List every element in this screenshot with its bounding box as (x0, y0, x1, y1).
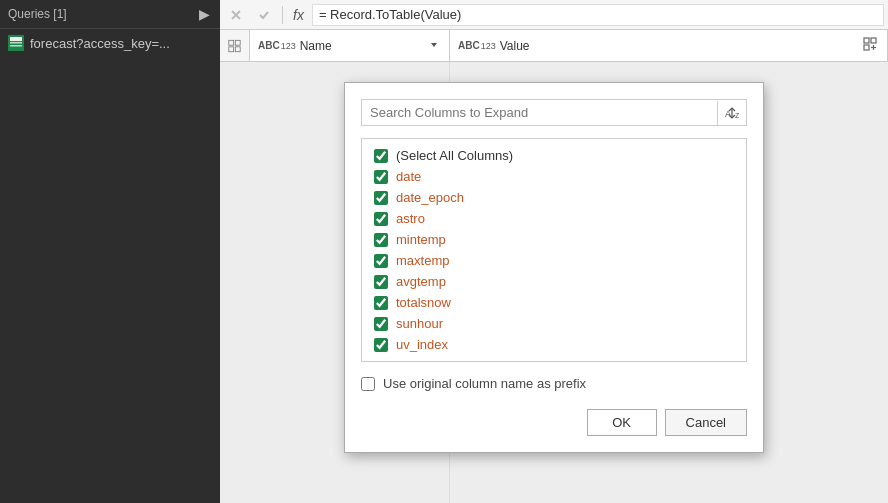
row-number-header (220, 30, 250, 61)
fx-label: fx (289, 7, 308, 23)
column-checkbox-item[interactable]: (Select All Columns) (362, 145, 746, 166)
prefix-checkbox[interactable] (361, 377, 375, 391)
checkbox-totalsnow[interactable] (374, 296, 388, 310)
column-checkbox-item[interactable]: date (362, 166, 746, 187)
sidebar-title: Queries [1] (8, 7, 67, 21)
column-checkbox-item[interactable]: mintemp (362, 229, 746, 250)
sidebar: Queries [1] ▶ forecast?access_key=... (0, 0, 220, 503)
svg-rect-12 (864, 45, 869, 50)
sidebar-item-label: forecast?access_key=... (30, 36, 170, 51)
prefix-label[interactable]: Use original column name as prefix (383, 376, 586, 391)
column-checkbox-item[interactable]: totalsnow (362, 292, 746, 313)
svg-rect-6 (235, 40, 240, 45)
svg-rect-2 (10, 45, 22, 47)
expand-columns-modal: A Z (Select All Columns)datedate_epochas… (344, 82, 764, 453)
table-icon (8, 35, 24, 51)
checkbox-label-totalsnow: totalsnow (396, 295, 451, 310)
confirm-formula-button[interactable] (252, 3, 276, 27)
column-checkbox-item[interactable]: sunhour (362, 313, 746, 334)
cancel-button[interactable]: Cancel (665, 409, 747, 436)
svg-rect-1 (10, 42, 22, 44)
column-checkbox-item[interactable]: astro (362, 208, 746, 229)
checkbox-label-date: date (396, 169, 421, 184)
checkbox-label-sunhour: sunhour (396, 316, 443, 331)
column-name-dropdown-button[interactable] (427, 36, 441, 55)
sort-button[interactable]: A Z (717, 101, 746, 125)
sidebar-header: Queries [1] ▶ (0, 0, 220, 29)
grid-icon (228, 38, 241, 54)
svg-rect-0 (10, 37, 22, 41)
column-value-expand-button[interactable] (861, 35, 879, 56)
checkbox-astro[interactable] (374, 212, 388, 226)
checkbox-label-maxtemp: maxtemp (396, 253, 449, 268)
value-type-badge: ABC 123 (458, 40, 496, 51)
cancel-formula-button[interactable] (224, 3, 248, 27)
checkbox-label-avgtemp: avgtemp (396, 274, 446, 289)
svg-marker-9 (431, 43, 437, 47)
checkbox-maxtemp[interactable] (374, 254, 388, 268)
column-checkbox-item[interactable]: uv_index (362, 334, 746, 355)
column-headers: ABC 123 Name ABC 123 Value (220, 30, 888, 62)
formula-input[interactable] (312, 4, 884, 26)
svg-rect-10 (864, 38, 869, 43)
checkbox-label-mintemp: mintemp (396, 232, 446, 247)
content-area: A Z (Select All Columns)datedate_epochas… (220, 62, 888, 503)
checkbox-date[interactable] (374, 170, 388, 184)
checkbox-label-astro: astro (396, 211, 425, 226)
name-type-badge: ABC 123 (258, 40, 296, 51)
checkbox-label-date_epoch: date_epoch (396, 190, 464, 205)
ok-button[interactable]: OK (587, 409, 657, 436)
svg-rect-8 (235, 46, 240, 51)
checkbox-label-uv_index: uv_index (396, 337, 448, 352)
checkbox-label-select-all: (Select All Columns) (396, 148, 513, 163)
dialog-buttons: OK Cancel (361, 405, 747, 436)
svg-rect-7 (229, 46, 234, 51)
sort-icon: A Z (724, 105, 740, 121)
checkbox-select-all[interactable] (374, 149, 388, 163)
sidebar-item-query[interactable]: forecast?access_key=... (0, 29, 220, 57)
column-name-label: Name (300, 39, 332, 53)
search-box: A Z (361, 99, 747, 126)
prefix-option: Use original column name as prefix (361, 374, 747, 393)
column-header-name: ABC 123 Name (250, 30, 450, 61)
checkbox-avgtemp[interactable] (374, 275, 388, 289)
sidebar-collapse-button[interactable]: ▶ (197, 6, 212, 22)
column-checkbox-item[interactable]: date_epoch (362, 187, 746, 208)
column-value-label: Value (500, 39, 530, 53)
checkbox-sunhour[interactable] (374, 317, 388, 331)
svg-text:Z: Z (735, 112, 740, 119)
checkbox-uv_index[interactable] (374, 338, 388, 352)
svg-rect-11 (871, 38, 876, 43)
svg-rect-5 (229, 40, 234, 45)
column-header-value: ABC 123 Value (450, 30, 888, 61)
search-columns-input[interactable] (362, 100, 717, 125)
checkbox-date_epoch[interactable] (374, 191, 388, 205)
column-checkbox-item[interactable]: avgtemp (362, 271, 746, 292)
column-checkbox-item[interactable]: maxtemp (362, 250, 746, 271)
main-area: fx ABC 123 Name (220, 0, 888, 503)
modal-overlay: A Z (Select All Columns)datedate_epochas… (220, 62, 888, 503)
checkbox-mintemp[interactable] (374, 233, 388, 247)
formula-bar: fx (220, 0, 888, 30)
columns-list: (Select All Columns)datedate_epochastrom… (361, 138, 747, 362)
formula-separator (282, 6, 283, 24)
